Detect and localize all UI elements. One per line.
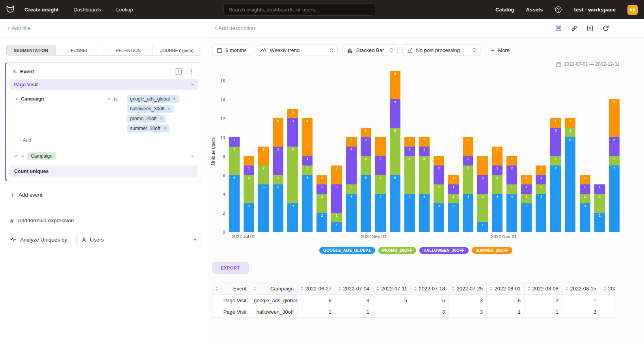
nav-item-create-insight[interactable]: Create insight — [24, 7, 59, 13]
bar-segment-promo-20off[interactable]: 1 — [273, 175, 283, 184]
bar-segment-halloween-30off[interactable]: 3 — [550, 128, 561, 156]
bar-segment-promo-20off[interactable]: 5 — [390, 128, 400, 175]
bar-segment-google-ads-global[interactable]: 2 — [594, 213, 605, 232]
global-search[interactable] — [223, 4, 375, 16]
bar-segment-google-ads-global[interactable]: 5 — [273, 184, 283, 232]
bar-segment-summer-20off[interactable]: 2 — [477, 156, 488, 175]
bar-segment-summer-20off[interactable]: 1 — [506, 156, 517, 165]
bar-segment-halloween-30off[interactable]: 1 — [448, 184, 459, 194]
avatar[interactable]: AA — [627, 5, 638, 15]
remove-filter-icon[interactable]: × — [107, 96, 110, 101]
column-header-2022-07-04[interactable]: 2022-07-04 — [335, 283, 373, 295]
bar-segment-promo-20off[interactable]: 2 — [361, 156, 371, 175]
bar-segment-google-ads-global[interactable]: 4 — [536, 194, 546, 232]
bar-segment-halloween-30off[interactable]: 2 — [609, 137, 620, 156]
bar-segment-halloween-30off[interactable]: 4 — [346, 147, 357, 184]
column-header-2022-08-15[interactable]: 2022-08-15 — [562, 283, 600, 295]
filter-value-tag-google-ads-global[interactable]: google_ads_global× — [127, 95, 179, 103]
bar-segment-google-ads-global[interactable]: 4 — [404, 194, 415, 232]
bar-segment-promo-20off[interactable]: 1 — [609, 156, 620, 165]
bar-segment-summer-20off[interactable]: 2 — [331, 165, 342, 184]
export-button[interactable]: EXPORT — [212, 262, 249, 274]
remove-filter-value-icon[interactable]: × — [163, 126, 166, 131]
cat-logo[interactable] — [3, 3, 17, 17]
bar-segment-halloween-30off[interactable]: 2 — [361, 137, 371, 156]
post-processing-select[interactable]: No post processing — [402, 45, 480, 56]
bar-segment-promo-20off[interactable]: 1 — [448, 194, 459, 203]
nav-item-catalog[interactable]: Catalog — [495, 7, 514, 13]
bar-segment-summer-20off[interactable]: 1 — [346, 137, 357, 147]
help-icon[interactable] — [555, 6, 562, 13]
bar-segment-google-ads-global[interactable]: 3 — [448, 203, 459, 232]
bar-segment-summer-20off[interactable]: 2 — [492, 147, 503, 165]
remove-filter-value-icon[interactable]: × — [168, 106, 170, 111]
bar-segment-summer-20off[interactable]: 1 — [361, 128, 371, 137]
bar-segment-summer-20off[interactable]: 4 — [609, 99, 620, 137]
bar-segment-google-ads-global[interactable]: 4 — [375, 194, 386, 232]
bar-segment-halloween-30off[interactable]: 1 — [419, 147, 430, 156]
bar-segment-summer-20off[interactable]: 1 — [404, 137, 415, 147]
bar-segment-google-ads-global[interactable]: 6 — [390, 175, 400, 232]
kebab-menu-icon[interactable]: ⋮ — [187, 68, 195, 75]
add-and-condition-button[interactable]: + And — [19, 138, 198, 143]
bar-segment-halloween-30off[interactable]: 1 — [302, 156, 313, 165]
remove-breakdown-row-icon[interactable]: × — [191, 154, 194, 159]
column-header-2022-07-11[interactable]: 2022-07-11 — [373, 283, 411, 295]
trend-select[interactable]: Weekly trend — [256, 45, 338, 56]
column-header-2022-07-25[interactable]: 2022-07-25 — [449, 283, 487, 295]
bar-segment-summer-20off[interactable]: 3 — [390, 71, 400, 99]
bar-segment-promo-20off[interactable]: 4 — [404, 156, 415, 194]
bar-segment-halloween-30off[interactable]: 1 — [492, 165, 503, 175]
bar-segment-summer-20off[interactable]: 2 — [258, 147, 269, 165]
aggregation-selector[interactable]: Count uniques — [9, 165, 198, 177]
add-formula-button[interactable]: # Add formula expression — [10, 218, 208, 223]
bar-segment-summer-20off[interactable]: 2 — [463, 137, 473, 156]
bar-segment-halloween-30off[interactable]: 2 — [375, 156, 386, 175]
bar-segment-promo-20off[interactable]: 3 — [229, 147, 240, 175]
bar-segment-summer-20off[interactable]: 1 — [244, 156, 254, 165]
bar-segment-promo-20off[interactable]: 1 — [565, 128, 575, 137]
filter-operator[interactable]: is — [114, 96, 117, 102]
bar-segment-promo-20off[interactable]: 3 — [244, 175, 254, 203]
tab-funnel[interactable]: FUNNEL — [56, 45, 104, 55]
bar-segment-halloween-30off[interactable]: 1 — [229, 137, 240, 147]
bar-segment-google-ads-global[interactable]: 1 — [331, 222, 342, 232]
nav-item-lookup[interactable]: Lookup — [116, 7, 133, 13]
column-header-2022-06-27[interactable]: 2022-06-27 — [298, 283, 335, 295]
event-selector[interactable]: Page Visit × — [9, 79, 198, 90]
bar-segment-promo-20off[interactable]: 2 — [258, 165, 269, 184]
bar-segment-promo-20off[interactable]: 2 — [492, 175, 503, 194]
remove-breakdown-icon[interactable]: × — [14, 154, 17, 159]
bar-segment-promo-20off[interactable]: 3 — [477, 194, 488, 222]
bar-segment-google-ads-global[interactable]: 6 — [229, 175, 240, 232]
bar-segment-google-ads-global[interactable]: 4 — [463, 194, 473, 232]
link-icon[interactable] — [571, 25, 578, 32]
bar-segment-google-ads-global[interactable]: 3 — [580, 203, 590, 232]
save-icon[interactable] — [555, 25, 562, 32]
nav-item-assets[interactable]: Assets — [526, 7, 543, 13]
bar-segment-google-ads-global[interactable]: 5 — [258, 184, 269, 232]
bar-segment-summer-20off[interactable]: 1 — [580, 175, 590, 184]
remove-event-icon[interactable]: × — [191, 82, 194, 87]
breakdown-property-tag[interactable]: Campaign — [27, 152, 56, 160]
bar-segment-halloween-30off[interactable]: 1 — [594, 184, 605, 194]
bar-segment-google-ads-global[interactable]: 4 — [492, 194, 503, 232]
bar-segment-halloween-30off[interactable]: 2 — [434, 165, 444, 184]
tab-segmentation[interactable]: SEGMENTATION — [7, 45, 56, 55]
bar-segment-google-ads-global[interactable]: 3 — [244, 203, 254, 232]
bar-segment-google-ads-global[interactable]: 6 — [302, 175, 313, 232]
remove-filter-value-icon[interactable]: × — [160, 116, 162, 121]
bar-segment-halloween-30off[interactable]: 1 — [316, 184, 327, 194]
chart-type-select[interactable]: Stacked Bar — [342, 45, 398, 56]
bar-segment-halloween-30off[interactable]: 1 — [463, 156, 473, 165]
bar-segment-google-ads-global[interactable]: 10 — [565, 137, 575, 232]
column-header-2022-08-08[interactable]: 2022-08-08 — [525, 283, 562, 295]
bar-segment-promo-20off[interactable]: 1 — [550, 156, 561, 165]
bar-segment-google-ads-global[interactable]: 6 — [361, 175, 371, 232]
bar-segment-promo-20off[interactable]: 1 — [302, 165, 313, 175]
bar-segment-halloween-30off[interactable]: 2 — [506, 165, 517, 184]
bar-segment-halloween-30off[interactable]: 3 — [287, 118, 298, 147]
tab-retention[interactable]: RETENTION — [104, 45, 153, 55]
bar-segment-summer-20off[interactable]: 1 — [316, 175, 327, 184]
date-range-button[interactable]: 6 months — [212, 45, 251, 56]
